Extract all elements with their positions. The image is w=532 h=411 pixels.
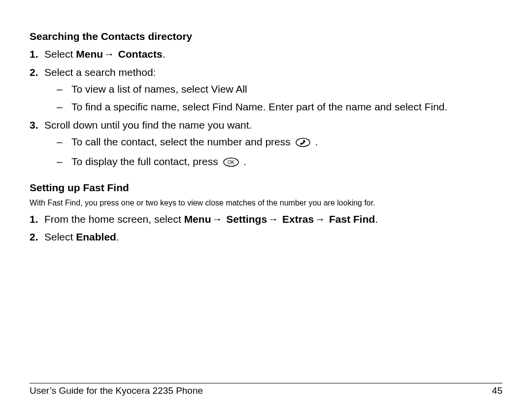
arrow-icon: →: [314, 212, 326, 226]
heading-fastfind: Setting up Fast Find: [30, 181, 502, 195]
text-run: .: [375, 213, 378, 225]
bold-run: Fast Find: [326, 213, 375, 225]
list-item: – To call the contact, select the number…: [57, 135, 502, 151]
bullet-list: – To call the contact, select the number…: [44, 135, 502, 171]
list-item: – To view a list of names, select View A…: [57, 82, 502, 96]
ordered-list-searching: 1. Select Menu→ Contacts. 2. Select a se…: [30, 47, 502, 171]
text-run: .: [315, 136, 318, 147]
step-text: Select Menu→ Contacts.: [44, 48, 166, 60]
step-text: Scroll down until you find the name you …: [44, 119, 252, 131]
bold-run: Extras: [279, 213, 314, 225]
dash-marker: –: [57, 135, 63, 149]
page-footer: User’s Guide for the Kyocera 2235 Phone …: [30, 383, 502, 396]
list-marker: 3.: [30, 118, 38, 132]
paragraph: With Fast Find, you press one or two key…: [30, 199, 502, 207]
bullet-text: To find a specific name, select Find Nam…: [71, 101, 447, 112]
list-item: 3. Scroll down until you find the name y…: [30, 118, 502, 171]
list-marker: 2.: [30, 230, 38, 244]
ok-key-icon: OK: [223, 157, 239, 171]
bullet-text: To display the full contact, press OK .: [71, 156, 246, 167]
page-number: 45: [492, 385, 502, 396]
bold-run: Settings: [223, 213, 267, 225]
document-page: Searching the Contacts directory 1. Sele…: [0, 0, 532, 411]
list-item: – To display the full contact, press OK …: [57, 155, 502, 171]
section-searching: Searching the Contacts directory 1. Sele…: [30, 30, 502, 171]
dash-marker: –: [57, 82, 63, 96]
section-fastfind: Setting up Fast Find With Fast Find, you…: [30, 181, 502, 244]
arrow-icon: →: [267, 212, 279, 226]
bullet-list: – To view a list of names, select View A…: [44, 82, 502, 114]
step-text: From the home screen, select Menu→ Setti…: [44, 213, 378, 225]
list-marker: 1.: [30, 212, 38, 226]
text-run: .: [243, 156, 246, 167]
text-run: Select: [44, 48, 76, 60]
text-run: To display the full contact, press: [71, 156, 221, 167]
list-item: 2. Select Enabled.: [30, 230, 502, 244]
call-key-icon: [295, 137, 311, 151]
dash-marker: –: [57, 155, 63, 169]
arrow-icon: →: [103, 47, 115, 61]
list-marker: 1.: [30, 47, 38, 61]
bold-run: Menu: [76, 48, 103, 60]
text-run: Select: [44, 231, 76, 242]
footer-title: User’s Guide for the Kyocera 2235 Phone: [30, 385, 203, 396]
arrow-icon: →: [211, 212, 223, 226]
text-run: .: [163, 48, 166, 60]
list-item: 2. Select a search method: – To view a l…: [30, 66, 502, 114]
step-text: Select Enabled.: [44, 231, 119, 242]
bold-run: Enabled: [76, 231, 116, 242]
bullet-text: To view a list of names, select View All: [71, 83, 247, 95]
list-item: – To find a specific name, select Find N…: [57, 100, 502, 114]
text-run: To call the contact, select the number a…: [71, 136, 294, 147]
bold-run: Menu: [184, 213, 211, 225]
step-text: Select a search method:: [44, 67, 156, 78]
text-run: .: [116, 231, 119, 242]
list-marker: 2.: [30, 66, 38, 79]
text-run: From the home screen, select: [44, 213, 184, 225]
svg-text:OK: OK: [227, 160, 234, 165]
dash-marker: –: [57, 100, 63, 114]
bullet-text: To call the contact, select the number a…: [71, 136, 318, 147]
heading-searching: Searching the Contacts directory: [30, 30, 502, 43]
bold-run: Contacts: [115, 48, 163, 60]
ordered-list-fastfind: 1. From the home screen, select Menu→ Se…: [30, 212, 502, 244]
list-item: 1. From the home screen, select Menu→ Se…: [30, 212, 502, 226]
list-item: 1. Select Menu→ Contacts.: [30, 47, 502, 61]
